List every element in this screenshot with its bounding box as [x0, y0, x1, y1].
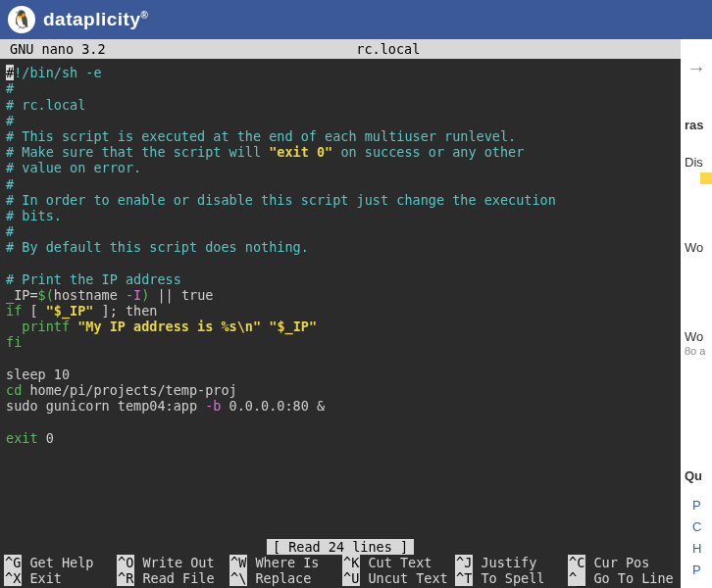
brand-name: dataplicity® [43, 9, 148, 30]
side-link-3[interactable]: H [692, 541, 701, 556]
shortcut-goto[interactable]: ^_ Go To Line [568, 570, 681, 586]
shortcut-writeout[interactable]: ^O Write Out [117, 555, 229, 570]
shortcut-readfile[interactable]: ^R Read File [117, 570, 229, 586]
app-header: 🐧 dataplicity® [0, 0, 712, 39]
shortcut-cut[interactable]: ^K Cut Text [342, 555, 455, 570]
side-label-6: Qu [685, 468, 702, 483]
shortcut-whereis[interactable]: ^W Where Is [229, 555, 342, 570]
shortcut-replace[interactable]: ^\ Replace [229, 570, 342, 586]
shortcut-help[interactable]: ^G Get Help [4, 555, 117, 570]
side-label-1: ras [685, 118, 704, 132]
shortcut-row-2: ^X Exit ^R Read File ^\ Replace ^U Uncut… [4, 570, 677, 586]
nano-titlebar: GNU nano 3.2 rc.local [0, 39, 681, 59]
terminal[interactable]: GNU nano 3.2 rc.local #!/bin/sh -e # # r… [0, 39, 681, 588]
nano-filename: rc.local [106, 41, 671, 57]
side-label-3: Wo [685, 240, 703, 255]
shortcut-row-1: ^G Get Help ^O Write Out ^W Where Is ^K … [4, 555, 677, 570]
side-label-4: Wo [685, 329, 703, 344]
main-area: GNU nano 3.2 rc.local #!/bin/sh -e # # r… [0, 39, 712, 588]
editor-content[interactable]: #!/bin/sh -e # # rc.local # # This scrip… [0, 59, 681, 446]
nano-version: GNU nano 3.2 [10, 41, 106, 57]
nano-status: [ Read 24 lines ] [0, 539, 681, 555]
logo-icon: 🐧 [8, 6, 35, 33]
shortcut-uncut[interactable]: ^U Uncut Text [342, 570, 455, 586]
side-label-5: 8o a [685, 345, 705, 357]
penguin-icon: 🐧 [11, 9, 32, 30]
shortcut-curpos[interactable]: ^C Cur Pos [568, 555, 681, 570]
nano-shortcuts: ^G Get Help ^O Write Out ^W Where Is ^K … [0, 555, 681, 588]
shortcut-exit[interactable]: ^X Exit [4, 570, 117, 586]
expand-arrow-icon[interactable]: → [687, 57, 706, 79]
side-link-4[interactable]: P [692, 563, 701, 577]
side-label-2: Dis [685, 155, 703, 170]
shortcut-justify[interactable]: ^J Justify [455, 555, 568, 570]
side-yellow-badge [700, 172, 712, 184]
side-link-2[interactable]: C [692, 519, 701, 534]
shortcut-spell[interactable]: ^T To Spell [455, 570, 568, 586]
side-link-1[interactable]: P [692, 498, 701, 513]
right-sidebar: → ras Dis Wo Wo 8o a Qu P C H P [681, 39, 712, 588]
